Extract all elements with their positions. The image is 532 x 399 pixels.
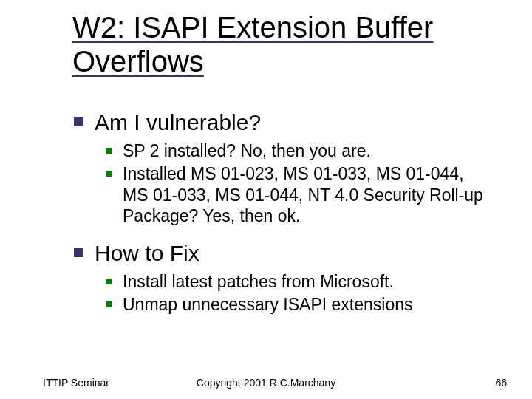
section-heading: Am I vulnerable? xyxy=(95,109,261,136)
square-bullet-icon xyxy=(74,248,83,257)
list-item: Unmap unnecessary ISAPI extensions xyxy=(106,294,488,316)
list-item: SP 2 installed? No, then you are. xyxy=(106,140,488,162)
title-text: W2: ISAPI Extension Buffer Overflows xyxy=(72,11,433,78)
square-bullet-icon xyxy=(106,301,112,307)
list-item: Installed MS 01-023, MS 01-033, MS 01-04… xyxy=(106,163,488,227)
sub-item-text: Install latest patches from Microsoft. xyxy=(123,271,394,293)
footer-page-number: 66 xyxy=(495,377,507,389)
sub-item-text: Installed MS 01-023, MS 01-033, MS 01-04… xyxy=(123,163,488,227)
list-item: How to Fix xyxy=(74,240,488,267)
section-heading: How to Fix xyxy=(95,240,200,267)
list-item: Am I vulnerable? xyxy=(74,109,488,136)
footer-center: Copyright 2001 R.C.Marchany xyxy=(0,377,532,389)
sub-list: SP 2 installed? No, then you are. Instal… xyxy=(106,140,488,227)
slide: W2: ISAPI Extension Buffer Overflows Am … xyxy=(0,0,532,399)
sub-item-text: Unmap unnecessary ISAPI extensions xyxy=(123,294,412,316)
sub-item-text: SP 2 installed? No, then you are. xyxy=(123,140,371,162)
square-bullet-icon xyxy=(74,117,83,126)
list-item: Install latest patches from Microsoft. xyxy=(106,271,488,293)
slide-body: Am I vulnerable? SP 2 installed? No, the… xyxy=(74,96,488,324)
square-bullet-icon xyxy=(106,148,112,154)
square-bullet-icon xyxy=(106,279,112,284)
slide-title: W2: ISAPI Extension Buffer Overflows xyxy=(72,10,494,78)
sub-list: Install latest patches from Microsoft. U… xyxy=(106,271,488,316)
square-bullet-icon xyxy=(106,171,112,177)
